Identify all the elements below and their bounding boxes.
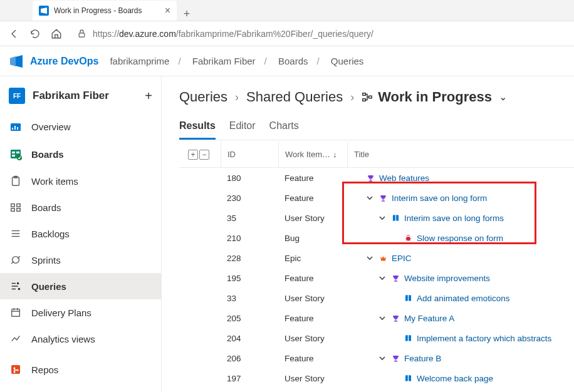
bug-icon	[404, 234, 412, 242]
cell-id: 210	[221, 234, 278, 243]
sidebar-item-label: Sprints	[31, 255, 61, 266]
tab-charts[interactable]: Charts	[269, 115, 299, 140]
bc-current[interactable]: Work in Progress ⌄	[362, 89, 507, 105]
trophy-icon	[391, 314, 400, 322]
cell-type: User Story	[278, 374, 347, 383]
add-icon[interactable]: +	[145, 89, 152, 103]
table-row[interactable]: 33User StoryAdd animated emoticons	[179, 288, 574, 308]
svg-rect-5	[12, 128, 13, 130]
sidebar-item-queries[interactable]: Queries	[0, 273, 161, 299]
home-icon[interactable]	[50, 28, 63, 40]
tab-close-icon[interactable]: ×	[165, 5, 170, 16]
refresh-icon[interactable]	[29, 28, 41, 40]
sidebar-item-delivery-plans[interactable]: Delivery Plans	[0, 299, 161, 326]
col-type[interactable]: Work Item… ↓	[278, 142, 347, 167]
collapse-all-button[interactable]: −	[199, 150, 209, 160]
book-icon	[404, 334, 412, 343]
crumb-project[interactable]: Fabrikam Fiber	[187, 56, 261, 66]
table-row[interactable]: 197User StoryWelcome back page	[179, 368, 574, 388]
bc-folder[interactable]: Shared Queries	[246, 89, 343, 105]
cell-id: 204	[221, 334, 278, 343]
sidebar-item-sprints[interactable]: Sprints	[0, 247, 161, 273]
table-row[interactable]: 230FeatureInterim save on long form	[179, 188, 574, 208]
cell-title: Add animated emoticons	[347, 294, 574, 303]
cell-type: Feature	[278, 314, 347, 323]
work-item-link[interactable]: Add animated emoticons	[417, 294, 510, 303]
chevron-down-icon: ⌄	[499, 92, 507, 102]
table-row[interactable]: 206FeatureFeature B	[179, 348, 574, 368]
chevron-down-icon[interactable]	[378, 355, 386, 361]
cell-id: 180	[221, 173, 278, 183]
table-row[interactable]: 180FeatureWeb features	[179, 168, 574, 188]
sidebar-item-overview[interactable]: Overview	[0, 113, 161, 140]
product-name[interactable]: Azure DevOps	[30, 56, 98, 67]
sidebar-item-label: Overview	[31, 121, 71, 132]
tab-editor[interactable]: Editor	[229, 115, 256, 140]
chevron-down-icon[interactable]	[366, 195, 373, 201]
svg-rect-16	[17, 204, 20, 207]
browser-tab[interactable]: Work in Progress - Boards ×	[33, 1, 177, 21]
work-item-link[interactable]: Implement a factory which abstracts	[417, 334, 551, 343]
work-item-link[interactable]: My Feature A	[404, 314, 454, 323]
sidebar-item-backlogs[interactable]: Backlogs	[0, 220, 161, 247]
work-item-link[interactable]: Feature B	[404, 354, 441, 363]
table-row[interactable]: 210BugSlow response on form	[179, 228, 574, 248]
chevron-down-icon[interactable]	[378, 275, 386, 281]
cell-type: Feature	[278, 193, 347, 203]
crumb-service[interactable]: Boards	[273, 56, 313, 66]
chevron-down-icon[interactable]	[378, 315, 386, 321]
address-bar[interactable]: https://dev.azure.com/fabrikamprime/Fabr…	[93, 29, 373, 39]
table-row[interactable]: 228EpicEPIC	[179, 248, 574, 268]
crumb-org[interactable]: fabrikamprime	[105, 56, 174, 66]
sidebar-item-repos[interactable]: Repos	[0, 356, 161, 383]
new-tab-button[interactable]: +	[177, 8, 197, 21]
cell-id: 35	[221, 214, 278, 223]
table-row[interactable]: 35User StoryInterim save on long forms	[179, 208, 574, 228]
work-item-link[interactable]: EPIC	[392, 254, 412, 263]
sidebar-item-label: Boards	[31, 202, 61, 213]
chevron-down-icon[interactable]	[378, 215, 386, 221]
work-item-link[interactable]: Website improvements	[404, 274, 490, 283]
sidebar-item-analytics[interactable]: Analytics views	[0, 326, 161, 352]
table-row[interactable]: 195FeatureWebsite improvements	[179, 268, 574, 288]
project-name: Fabrikam Fiber	[33, 90, 137, 102]
sprints-icon	[9, 253, 23, 267]
table-row[interactable]: 205FeatureMy Feature A	[179, 308, 574, 328]
tab-results[interactable]: Results	[179, 115, 216, 140]
sidebar-item-work-items[interactable]: Work items	[0, 168, 161, 194]
work-item-link[interactable]: Web features	[379, 173, 429, 183]
crown-icon	[378, 254, 387, 262]
col-type-label: Work Item…	[285, 150, 330, 159]
col-title[interactable]: Title	[347, 142, 574, 167]
svg-rect-36	[363, 93, 366, 96]
project-header[interactable]: FF Fabrikam Fiber +	[0, 81, 161, 113]
sidebar-item-boards[interactable]: Boards	[0, 194, 161, 220]
sidebar-item-label: Backlogs	[31, 229, 70, 239]
cell-id: 195	[221, 274, 278, 283]
col-id[interactable]: ID	[221, 142, 278, 167]
chevron-down-icon[interactable]	[366, 255, 373, 261]
azure-devops-logo-icon[interactable]	[9, 54, 24, 69]
crumb-page[interactable]: Queries	[326, 56, 369, 66]
boards-sub-icon	[9, 200, 23, 214]
table-row[interactable]: 204User StoryImplement a factory which a…	[179, 328, 574, 348]
book-icon	[391, 214, 400, 222]
bc-current-label: Work in Progress	[378, 89, 492, 105]
work-item-link[interactable]: Interim save on long forms	[404, 214, 504, 223]
sidebar-item-label: Analytics views	[31, 334, 95, 344]
back-icon[interactable]	[8, 28, 20, 40]
work-item-link[interactable]: Slow response on form	[417, 234, 503, 243]
cell-title: EPIC	[347, 254, 574, 263]
expand-all-button[interactable]: +	[188, 150, 198, 160]
cell-id: 33	[221, 294, 278, 303]
svg-marker-3	[10, 56, 16, 66]
cell-type: Bug	[278, 234, 347, 243]
cell-id: 228	[221, 254, 278, 263]
work-item-link[interactable]: Interim save on long form	[392, 193, 487, 203]
cell-id: 205	[221, 314, 278, 323]
url-host: dev.azure.com	[119, 29, 176, 39]
sidebar-item-boards-top[interactable]: Boards	[0, 140, 161, 168]
work-item-link[interactable]: Welcome back page	[417, 374, 493, 383]
cell-title: My Feature A	[347, 314, 574, 323]
bc-root[interactable]: Queries	[179, 89, 227, 105]
